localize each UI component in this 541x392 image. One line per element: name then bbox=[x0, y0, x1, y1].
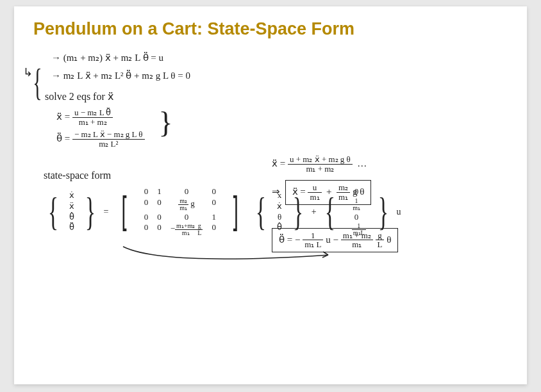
derivation-arrow-icon bbox=[110, 243, 335, 269]
lbracket-A-icon: [ bbox=[119, 194, 130, 230]
xdd-num: u − m₂ L θ̈ bbox=[72, 108, 113, 118]
xdd-den: m₁ + m₂ bbox=[72, 118, 113, 127]
xdd-sub-den: m₁ + m₂ bbox=[288, 165, 353, 174]
sv3: θ̈ bbox=[69, 223, 74, 233]
lbrace-x-icon: { bbox=[256, 194, 266, 230]
lbrace-icon: { bbox=[48, 194, 58, 230]
bt-lhs: θ̈ = − bbox=[279, 234, 300, 244]
xdd-sub-num: u + m₂ ẍ + m₂ g θ bbox=[288, 155, 353, 165]
bt-d3: L bbox=[376, 240, 385, 249]
page-title: Pendulum on a Cart: State-Space Form bbox=[33, 19, 508, 39]
equals-sign: = bbox=[104, 205, 109, 218]
system-eq-2: → m₂ L ẍ + m₂ L² θ̈ + m₂ g L θ = 0 bbox=[51, 69, 508, 83]
a21: 0 bbox=[144, 198, 149, 211]
system-brace-tail: ↳ bbox=[23, 64, 33, 81]
bt-d2: m₁ bbox=[341, 240, 373, 249]
state-derivative-vector: ẋ ẍ θ̇ θ̈ bbox=[67, 190, 77, 234]
a44: 0 bbox=[212, 223, 216, 236]
a34: 1 bbox=[212, 213, 216, 222]
solve-instruction: solve 2 eqs for ẍ bbox=[45, 89, 508, 104]
slide-page: Pendulum on a Cart: State-Space Form ↳ {… bbox=[14, 6, 527, 384]
xdd-intermediate: ẍ = u − m₂ L θ̈ m₁ + m₂ bbox=[56, 108, 145, 126]
xdd-substituted: ẍ = u + m₂ ẍ + m₂ g θ m₁ + m₂ … bbox=[272, 155, 503, 173]
rbrace-B-icon: } bbox=[378, 194, 388, 230]
bx-tail: g θ bbox=[353, 186, 364, 197]
rbrace-icon: } bbox=[85, 194, 95, 230]
rbracket-A-icon: ] bbox=[230, 194, 241, 230]
a42: 0 bbox=[157, 223, 162, 236]
xdd-sub-frac: u + m₂ ẍ + m₂ g θ m₁ + m₂ bbox=[288, 155, 353, 173]
tdd-den: m₂ L² bbox=[72, 140, 145, 149]
bt-n1: 1 bbox=[303, 231, 323, 241]
system-eq-1: → (m₁ + m₂) ẍ + m₂ L θ̈ = u bbox=[51, 51, 508, 65]
rbrace-x-icon: } bbox=[293, 194, 303, 230]
A-matrix: 0100 00 m₂m₁ g 0 0001 00 −m₁+m₂m₁gL 0 bbox=[140, 186, 220, 238]
a23: m₂m₁ g bbox=[171, 198, 203, 211]
a41: 0 bbox=[144, 223, 149, 236]
grouping-brace: } bbox=[159, 108, 173, 136]
bx-d2: m₁ bbox=[337, 193, 350, 202]
a33: 0 bbox=[171, 213, 203, 222]
xdd-sub-lhs: ẍ = bbox=[272, 158, 285, 168]
a32: 0 bbox=[157, 213, 162, 222]
a12: 1 bbox=[157, 187, 162, 197]
tdd-intermediate: θ̈ = − m₂ L ẍ − m₂ g L θ m₂ L² bbox=[56, 130, 145, 148]
derivation-body: ↳ { → (m₁ + m₂) ẍ + m₂ L θ̈ = u → m₂ L ẍ… bbox=[33, 51, 508, 238]
a24: 0 bbox=[212, 198, 216, 211]
implies-icon: ⇒ bbox=[272, 186, 280, 197]
system-brace: { bbox=[33, 70, 42, 94]
bt-tail: θ bbox=[387, 234, 391, 244]
bx-d1: m₁ bbox=[308, 193, 321, 202]
left-column: ẍ = u − m₂ L θ̈ m₁ + m₂ θ̈ = − m₂ L ẍ − … bbox=[56, 108, 145, 149]
a14: 0 bbox=[212, 187, 216, 197]
bx-n2: m₂ bbox=[337, 183, 350, 193]
sv1: ẍ bbox=[69, 202, 74, 211]
a13: 0 bbox=[171, 187, 203, 197]
sv2: θ̇ bbox=[69, 213, 74, 222]
a11: 0 bbox=[144, 187, 149, 197]
tdd-lhs: θ̈ = bbox=[56, 133, 70, 143]
a22: 0 bbox=[157, 198, 162, 211]
bt-n2: m₁ + m₂ bbox=[341, 231, 373, 241]
bt-mid: u − bbox=[326, 234, 338, 244]
xdd-lhs: ẍ = bbox=[56, 111, 70, 122]
tdd-num: − m₂ L ẍ − m₂ g L θ bbox=[72, 130, 145, 140]
tdd-frac: − m₂ L ẍ − m₂ g L θ m₂ L² bbox=[72, 130, 145, 148]
ellipsis: … bbox=[357, 158, 367, 168]
xdd-frac: u − m₂ L θ̈ m₁ + m₂ bbox=[72, 108, 113, 126]
a31: 0 bbox=[144, 213, 149, 222]
sv0: ẋ bbox=[69, 191, 74, 200]
lbrace-B-icon: { bbox=[324, 194, 335, 230]
intermediate-equations: ẍ = u − m₂ L θ̈ m₁ + m₂ θ̈ = − m₂ L ẍ − … bbox=[56, 108, 508, 149]
bx-n1: u bbox=[308, 183, 321, 193]
a43: −m₁+m₂m₁gL bbox=[171, 223, 203, 236]
